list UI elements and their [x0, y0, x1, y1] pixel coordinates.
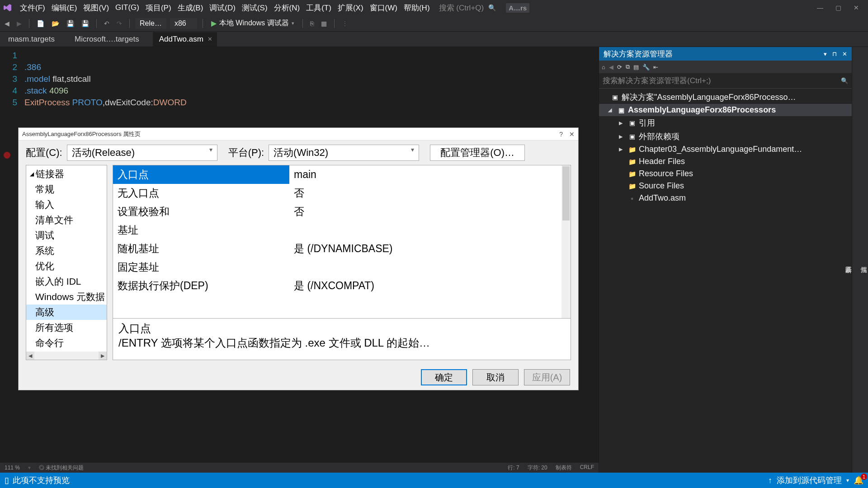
- home-icon[interactable]: ⌂: [602, 64, 605, 70]
- tree-item[interactable]: 常规: [26, 182, 107, 197]
- tree-item[interactable]: 嵌入的 IDL: [26, 274, 107, 289]
- misc-icon[interactable]: ⋮: [340, 19, 350, 28]
- tree-node[interactable]: ▶📁Chapter03_AssemblyLanguageFundament…: [599, 143, 852, 155]
- property-row[interactable]: 无入口点否: [113, 184, 571, 202]
- grid-scrollbar[interactable]: [561, 165, 571, 318]
- tree-item[interactable]: 高级: [26, 305, 107, 320]
- menu-file[interactable]: 文件(F): [17, 1, 48, 15]
- filter-icon[interactable]: ⧉: [626, 63, 630, 70]
- property-grid-body[interactable]: 入口点无入口点否设置校验和否基址随机基址是 (/DYNAMICBASE)固定基址…: [113, 165, 571, 318]
- tab-addtwo-asm[interactable]: AddTwo.asm✕: [153, 32, 217, 47]
- save-icon[interactable]: 💾: [65, 19, 76, 28]
- tree-item[interactable]: 系统: [26, 243, 107, 258]
- issues-indicator[interactable]: ◎ 未找到相关问题: [39, 464, 84, 472]
- chevron-down-icon[interactable]: ▾: [846, 477, 849, 483]
- menu-tools[interactable]: 工具(T): [303, 1, 334, 15]
- apply-button[interactable]: 应用(A): [524, 369, 570, 385]
- dialog-titlebar[interactable]: AssemblyLanguageForx86Processors 属性页 ? ✕: [19, 128, 578, 141]
- tree-node[interactable]: ▫AddTwo.asm: [599, 192, 852, 204]
- menu-edit[interactable]: 编辑(E): [49, 1, 80, 15]
- tree-node[interactable]: 📁Header Files: [599, 155, 852, 168]
- nav-fwd-icon[interactable]: ▶: [15, 19, 24, 28]
- menu-build[interactable]: 生成(B): [175, 1, 206, 15]
- menu-search[interactable]: 搜索 (Ctrl+Q) 🔍: [439, 3, 496, 13]
- menu-git[interactable]: GIT(G): [113, 1, 142, 14]
- menu-extensions[interactable]: 扩展(X): [335, 1, 366, 15]
- tab-close-icon[interactable]: ✕: [208, 36, 212, 42]
- tree-item[interactable]: 输入: [26, 197, 107, 212]
- eol-mode[interactable]: CRLF: [580, 464, 594, 472]
- maximize-icon[interactable]: ▢: [834, 4, 843, 11]
- search-placeholder: 搜索解决方案资源管理器(Ctrl+;): [603, 75, 711, 86]
- cancel-button[interactable]: 取消: [472, 369, 519, 385]
- tree-node[interactable]: ▶▣引用: [599, 116, 852, 130]
- property-value: 否: [289, 202, 571, 221]
- project-node[interactable]: ◢▣AssemblyLanguageForx86Processors: [599, 104, 852, 116]
- property-row[interactable]: 数据执行保护(DEP)是 (/NXCOMPAT): [113, 277, 571, 295]
- collapse-icon[interactable]: ⇤: [653, 64, 658, 70]
- menu-window[interactable]: 窗口(W): [367, 1, 400, 15]
- new-icon[interactable]: 📄: [35, 19, 46, 28]
- status-info-icon: ▯: [5, 475, 9, 485]
- config-manager-button[interactable]: 配置管理器(O)…: [430, 145, 525, 161]
- tree-node[interactable]: 📁Source Files: [599, 180, 852, 192]
- tree-item[interactable]: Windows 元数据: [26, 289, 107, 305]
- menu-debug[interactable]: 调试(D): [207, 1, 238, 15]
- tree-item[interactable]: 所有选项: [26, 320, 107, 335]
- source-control-link[interactable]: 添加到源代码管理: [777, 475, 842, 486]
- property-row[interactable]: 随机基址是 (/DYNAMICBASE): [113, 239, 571, 258]
- tree-item[interactable]: 调试: [26, 228, 107, 243]
- property-value-input[interactable]: [294, 169, 566, 181]
- tree-root-linker[interactable]: ◢ 链接器: [26, 166, 107, 182]
- ok-button[interactable]: 确定: [421, 369, 467, 385]
- config-combo[interactable]: 活动(Release) ▾: [67, 145, 217, 161]
- redo-icon[interactable]: ↷: [115, 19, 124, 28]
- open-icon[interactable]: 📂: [50, 19, 61, 28]
- panel-dropdown-icon[interactable]: ▾: [824, 51, 827, 57]
- property-row[interactable]: 基址: [113, 221, 571, 239]
- panel-close-icon[interactable]: ✕: [842, 51, 847, 57]
- menu-test[interactable]: 测试(S): [239, 1, 270, 15]
- undo-icon[interactable]: ↶: [102, 19, 111, 28]
- platform-combo[interactable]: x86: [170, 18, 197, 29]
- category-tree[interactable]: ◢ 链接器常规输入清单文件调试系统优化嵌入的 IDLWindows 元数据高级所…: [26, 165, 107, 360]
- tree-node[interactable]: ▶▣外部依赖项: [599, 130, 852, 143]
- menu-view[interactable]: 视图(V): [80, 1, 112, 15]
- back-icon[interactable]: ◀: [609, 64, 613, 70]
- saveall-icon[interactable]: 💾: [80, 19, 91, 28]
- solution-search[interactable]: 搜索解决方案资源管理器(Ctrl+;) 🔍: [599, 73, 852, 89]
- showall-icon[interactable]: ▤: [633, 64, 639, 70]
- help-icon[interactable]: ?: [559, 131, 563, 138]
- sync-icon[interactable]: ⟳: [617, 64, 622, 70]
- tree-item[interactable]: 命令行: [26, 335, 107, 351]
- dialog-close-icon[interactable]: ✕: [569, 131, 575, 138]
- tab-masm-targets[interactable]: masm.targets: [2, 32, 68, 47]
- debug-start-button[interactable]: ▶ 本地 Windows 调试器 ▾: [208, 18, 297, 29]
- menu-help[interactable]: 帮助(H): [401, 1, 433, 15]
- tree-node[interactable]: 📁Resource Files: [599, 168, 852, 180]
- tree-item[interactable]: 清单文件: [26, 212, 107, 228]
- property-row[interactable]: 设置校验和否: [113, 202, 571, 221]
- menu-project[interactable]: 项目(P): [143, 1, 174, 15]
- notifications-icon[interactable]: 🔔1: [854, 475, 863, 485]
- solution-tree[interactable]: ▣解决方案"AssemblyLanguageForx86Processo… ◢▣…: [599, 89, 852, 473]
- nav-back-icon[interactable]: ◀: [3, 19, 11, 28]
- property-row[interactable]: 固定基址: [113, 258, 571, 277]
- props-icon[interactable]: 🔧: [642, 64, 650, 70]
- indent-mode[interactable]: 制表符: [556, 464, 572, 472]
- tab-microsoft-targets[interactable]: Microsoft….targets: [68, 32, 153, 47]
- tree-item[interactable]: 优化: [26, 258, 107, 274]
- breakpoint-icon[interactable]: [4, 152, 10, 159]
- close-icon[interactable]: ✕: [852, 4, 861, 11]
- minimize-icon[interactable]: —: [816, 4, 825, 11]
- step-icon[interactable]: ⎘: [308, 19, 316, 28]
- tree-scrollbar[interactable]: ◀▶: [26, 352, 107, 360]
- property-row[interactable]: 入口点: [113, 165, 571, 184]
- platform-combo[interactable]: 活动(Win32) ▾: [269, 145, 419, 161]
- panel-pin-icon[interactable]: ⊓: [832, 51, 837, 57]
- zoom-level[interactable]: 111 %: [5, 465, 20, 471]
- config-combo[interactable]: Rele…: [135, 18, 166, 29]
- solution-root[interactable]: ▣解决方案"AssemblyLanguageForx86Processo…: [599, 90, 852, 104]
- menu-analyze[interactable]: 分析(N): [271, 1, 303, 15]
- thread-icon[interactable]: ▦: [319, 19, 329, 28]
